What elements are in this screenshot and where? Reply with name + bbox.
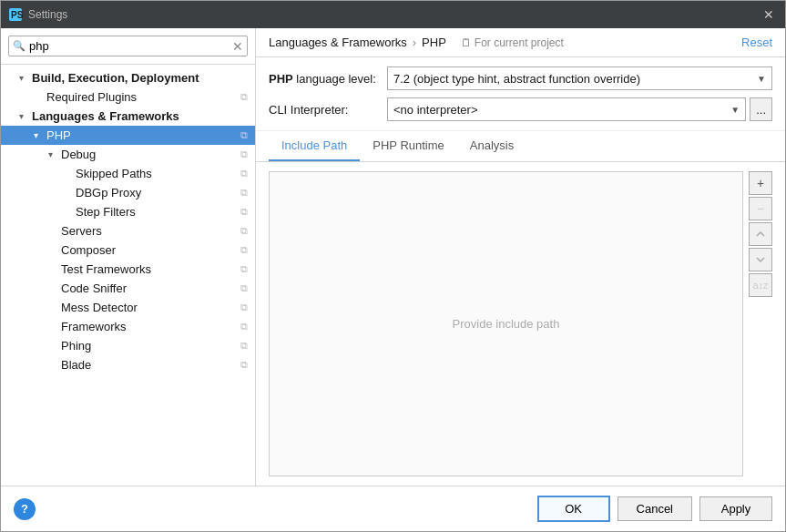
copy-icon: ⧉ [240,225,248,237]
move-down-button[interactable] [749,248,772,271]
tab-analysis[interactable]: Analysis [457,131,526,161]
php-label-hl: PHP [269,72,293,86]
copy-icon: ⧉ [240,91,248,103]
tab-php-runtime[interactable]: PHP Runtime [360,131,457,161]
language-level-text: language level: [296,72,375,86]
apply-button[interactable]: Apply [699,496,772,521]
path-list-placeholder: Provide include path [453,317,560,331]
sidebar-item-label: DBGp Proxy [76,186,237,200]
expand-arrow: ▾ [19,111,32,121]
clear-search-icon[interactable]: ✕ [232,40,243,53]
sidebar-item-servers[interactable]: Servers ⧉ [1,221,255,240]
sidebar-item-label: Servers [61,224,237,238]
titlebar: PS Settings ✕ [1,1,785,28]
add-path-button[interactable]: + [749,171,772,195]
sort-button[interactable]: a↕z [749,273,772,297]
svg-text:PS: PS [11,10,23,20]
copy-icon: ⧉ [240,129,248,141]
copy-icon: ⧉ [240,168,248,179]
copy-icon: ⧉ [240,321,248,332]
language-level-label: PHP language level: [269,72,387,86]
sidebar-item-label: Blade [61,358,237,372]
sidebar-item-code-sniffer[interactable]: Code Sniffer ⧉ [1,279,255,298]
breadcrumb-bar: Languages & Frameworks › PHP 🗒For curren… [256,28,785,57]
sidebar-item-step-filters[interactable]: Step Filters ⧉ [1,202,255,221]
main-content: 🔍 ✕ ▾ Build, Execution, Deployment Requi… [1,28,785,486]
sidebar: 🔍 ✕ ▾ Build, Execution, Deployment Requi… [1,28,256,486]
window-title: Settings [28,8,760,21]
right-panel: Languages & Frameworks › PHP 🗒For curren… [256,28,785,486]
copy-icon: ⧉ [240,282,248,294]
language-level-control: 7.2 (object type hint, abstract function… [387,66,772,90]
cli-value: <no interpreter> [393,103,478,117]
bottom-bar: ? OK Cancel Apply [1,486,785,531]
cli-browse-button[interactable]: ... [750,97,772,121]
sidebar-item-label: Code Sniffer [61,281,237,295]
sidebar-item-languages-frameworks[interactable]: ▾ Languages & Frameworks [1,107,255,126]
sidebar-item-build-execution[interactable]: ▾ Build, Execution, Deployment [1,68,255,87]
path-actions: + − a↕z [749,171,772,476]
breadcrumb-separator: › [413,36,416,49]
sidebar-item-label: Step Filters [76,205,237,219]
expand-arrow: ▾ [48,149,61,159]
dropdown-arrow-icon: ▼ [730,105,740,115]
sidebar-item-mess-detector[interactable]: Mess Detector ⧉ [1,298,255,317]
expand-arrow: ▾ [19,73,32,83]
sidebar-item-test-frameworks[interactable]: Test Frameworks ⧉ [1,260,255,279]
ok-button[interactable]: OK [537,496,610,522]
copy-icon: ⧉ [240,263,248,275]
sidebar-item-label: Composer [61,243,237,257]
cli-control: <no interpreter> ▼ ... [387,97,772,121]
sidebar-item-required-plugins[interactable]: Required Plugins ⧉ [1,87,255,107]
search-wrap: 🔍 ✕ [8,36,248,56]
search-icon: 🔍 [13,40,26,52]
move-up-button[interactable] [749,222,772,246]
dropdown-arrow-icon: ▼ [757,74,766,84]
language-level-value: 7.2 (object type hint, abstract function… [393,72,640,86]
sidebar-item-frameworks[interactable]: Frameworks ⧉ [1,317,255,336]
copy-icon: ⧉ [240,302,248,313]
path-list: Provide include path [269,171,743,476]
remove-path-button[interactable]: − [749,197,772,220]
sidebar-item-blade[interactable]: Blade ⧉ [1,355,255,374]
language-level-row: PHP language level: 7.2 (object type hin… [269,66,772,90]
breadcrumb-parent: Languages & Frameworks [269,36,407,49]
sidebar-item-label: Skipped Paths [76,167,237,180]
help-button[interactable]: ? [14,498,36,520]
sidebar-item-label: Build, Execution, Deployment [32,71,248,85]
sidebar-item-label: Test Frameworks [61,262,237,276]
expand-arrow: ▾ [34,130,46,140]
copy-icon: ⧉ [240,340,248,352]
copy-icon: ⧉ [240,359,248,371]
copy-icon: ⧉ [240,206,248,218]
tab-content-include-path: Provide include path + − a↕z [256,162,785,486]
sidebar-item-label: PHP [46,128,237,142]
sidebar-tree: ▾ Build, Execution, Deployment Required … [1,65,255,486]
close-button[interactable]: ✕ [760,5,778,24]
tab-include-path[interactable]: Include Path [269,131,360,161]
cancel-button[interactable]: Cancel [618,496,692,521]
search-box: 🔍 ✕ [1,28,255,65]
copy-icon: ⧉ [240,187,248,199]
breadcrumb-current: PHP [422,36,446,49]
for-current-project: 🗒For current project [461,36,564,49]
sidebar-item-label: Phing [61,339,237,353]
sidebar-item-php[interactable]: ▾ PHP ⧉ [1,126,255,145]
sidebar-item-phing[interactable]: Phing ⧉ [1,336,255,355]
sidebar-item-label: Required Plugins [46,90,237,104]
sidebar-item-label: Frameworks [61,320,237,333]
search-input[interactable] [8,36,248,56]
sidebar-item-label: Mess Detector [61,301,237,314]
cli-dropdown[interactable]: <no interpreter> ▼ [387,97,746,121]
sidebar-item-skipped-paths[interactable]: Skipped Paths ⧉ [1,164,255,183]
language-level-dropdown[interactable]: 7.2 (object type hint, abstract function… [387,66,772,90]
sidebar-item-dbgp-proxy[interactable]: DBGp Proxy ⧉ [1,183,255,202]
sidebar-item-debug[interactable]: ▾ Debug ⧉ [1,145,255,164]
sidebar-item-composer[interactable]: Composer ⧉ [1,240,255,260]
settings-window: PS Settings ✕ 🔍 ✕ ▾ Build, Execution, De… [0,0,786,532]
settings-rows: PHP language level: 7.2 (object type hin… [256,57,785,131]
copy-icon: ⧉ [240,244,248,256]
cli-label: CLI Interpreter: [269,103,387,117]
reset-link[interactable]: Reset [741,36,772,49]
sidebar-item-label: Languages & Frameworks [32,109,248,123]
